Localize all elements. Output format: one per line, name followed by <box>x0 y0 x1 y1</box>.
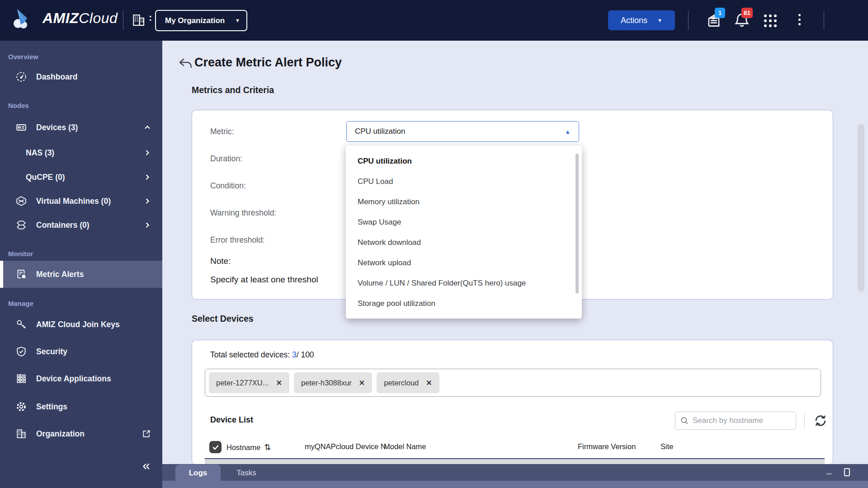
selected-device-chips-box[interactable]: peter-1277XU... ✕ peter-h3088xur ✕ peter… <box>205 369 821 397</box>
chevron-down-icon: ▼ <box>235 18 240 23</box>
sidebar-item-label: Virtual Machines (0) <box>36 197 111 206</box>
dropdown-option-storage-pool[interactable]: Storage pool utilization <box>346 293 582 314</box>
sidebar-collapse-button[interactable]: « <box>142 459 150 472</box>
virtual-machine-icon <box>15 195 27 207</box>
apps-grid-icon[interactable] <box>764 14 777 27</box>
sidebar-item-qucpe[interactable]: QuCPE (0) <box>0 167 162 188</box>
task-log-icon[interactable]: 1 <box>705 12 722 29</box>
section-label-manage: Manage <box>8 300 33 307</box>
table-row-partial <box>205 459 825 464</box>
sidebar-item-label: Containers (0) <box>36 221 90 230</box>
organization-building-icon <box>131 13 146 27</box>
cloud-bird-logo-icon <box>12 6 38 30</box>
sidebar-item-device-applications[interactable]: Device Applications <box>0 368 162 389</box>
sidebar-item-label: Device Applications <box>36 374 111 384</box>
dropdown-option-cpu-utilization[interactable]: CPU utilization <box>346 151 582 171</box>
sidebar-item-label: Security <box>36 347 67 357</box>
sidebar-item-label: Settings <box>36 402 67 412</box>
column-header-site[interactable]: Site <box>660 442 673 451</box>
app-grid-icon <box>15 373 27 385</box>
bottom-panel-bar: Logs Tasks – <box>162 464 868 488</box>
sidebar-item-containers[interactable]: Containers (0) <box>0 215 162 235</box>
sidebar-item-virtual-machines[interactable]: Virtual Machines (0) <box>0 191 162 211</box>
external-link-icon <box>142 429 151 438</box>
column-header-myqnapcloud-name[interactable]: myQNAPcloud Device N... <box>305 442 392 451</box>
chip-label: peter-h3088xur <box>301 379 352 387</box>
column-header-model-name[interactable]: Model Name <box>384 442 426 451</box>
metric-label: Metric: <box>210 127 234 136</box>
sidebar-item-nas[interactable]: NAS (3) <box>0 142 162 163</box>
sidebar-item-organization[interactable]: Organization <box>0 423 162 444</box>
sidebar-nav: Overview Dashboard Nodes Devices (3) NAS… <box>0 41 162 488</box>
dropdown-option-cpu-load[interactable]: CPU Load <box>346 171 582 192</box>
header-divider <box>824 11 824 30</box>
sidebar-item-devices[interactable]: Devices (3) <box>0 117 162 138</box>
dropdown-option-network-download[interactable]: Network download <box>346 232 582 253</box>
dropdown-scrollbar[interactable] <box>576 154 579 294</box>
dropdown-option-swap-usage[interactable]: Swap Usage <box>346 212 582 232</box>
header-divider <box>688 11 689 30</box>
minimize-panel-icon[interactable]: – <box>826 467 832 479</box>
org-colon: : <box>149 12 152 23</box>
remove-chip-icon[interactable]: ✕ <box>276 379 282 387</box>
refresh-icon[interactable] <box>812 413 829 429</box>
device-chip: peter-h3088xur ✕ <box>294 372 372 393</box>
metric-alert-icon <box>15 268 27 280</box>
search-box <box>675 412 796 430</box>
remove-chip-icon[interactable]: ✕ <box>359 379 365 387</box>
chevron-right-icon <box>144 221 151 229</box>
amiz-cloud-logo[interactable]: AMIZCloud <box>12 6 118 30</box>
total-selected-devices: Total selected devices: 3/ 100 <box>210 350 314 360</box>
chip-label: peter-1277XU... <box>216 379 269 387</box>
containers-icon <box>15 219 27 231</box>
chevron-down-icon: ▼ <box>657 18 662 23</box>
dropdown-option-memory-utilization[interactable]: Memory utilization <box>346 192 582 212</box>
metric-select[interactable]: CPU utilization ▲ <box>346 121 579 142</box>
device-list-heading: Device List <box>210 415 253 425</box>
condition-label: Condition: <box>210 181 246 191</box>
page-title: Create Metric Alert Policy <box>194 56 342 70</box>
page-scrollbar[interactable] <box>858 124 864 291</box>
sort-icon[interactable]: ⇅ <box>264 442 271 452</box>
organization-selector-value: My Organization <box>165 16 225 25</box>
tab-logs[interactable]: Logs <box>175 465 221 481</box>
dropdown-option-volume-usage[interactable]: Volume / LUN / Shared Folder(QuTS hero) … <box>346 273 582 293</box>
more-options-kebab-icon[interactable] <box>798 14 801 25</box>
note-label: Note: <box>210 256 231 266</box>
dropdown-option-network-upload[interactable]: Network upload <box>346 253 582 273</box>
sidebar-item-amiz-cloud-join-keys[interactable]: AMIZ Cloud Join Keys <box>0 314 162 335</box>
section-label-overview: Overview <box>8 53 38 61</box>
notifications-bell-icon[interactable]: 81 <box>733 12 750 29</box>
actions-button[interactable]: Actions ▼ <box>608 10 675 30</box>
select-all-checkbox[interactable] <box>209 441 222 453</box>
building-icon <box>15 428 27 440</box>
column-header-firmware-version[interactable]: Firmware Version <box>578 442 636 451</box>
gear-icon <box>15 401 27 413</box>
selected-count: 3 <box>292 350 297 359</box>
maximize-panel-icon[interactable] <box>844 468 850 476</box>
sidebar-item-metric-alerts[interactable]: Metric Alerts <box>0 261 162 288</box>
shield-check-icon <box>15 346 27 357</box>
column-header-hostname[interactable]: Hostname ⇅ <box>226 442 271 452</box>
sidebar-item-security[interactable]: Security <box>0 341 162 362</box>
sidebar-item-settings[interactable]: Settings <box>0 396 162 417</box>
main-content: Create Metric Alert Policy Metrics and C… <box>162 41 868 464</box>
tasks-count-badge: 1 <box>715 8 725 18</box>
tab-tasks[interactable]: Tasks <box>230 465 263 481</box>
warning-threshold-label: Warning threshold: <box>210 208 276 218</box>
remove-chip-icon[interactable]: ✕ <box>426 379 432 387</box>
note-text: Specify at least one threshol <box>210 275 346 285</box>
logo-text: AMIZCloud <box>42 10 118 27</box>
search-input[interactable] <box>693 416 791 425</box>
organization-selector[interactable]: My Organization ▼ <box>155 10 247 31</box>
back-arrow-icon[interactable] <box>179 58 192 70</box>
sidebar-item-label: Organization <box>36 429 85 439</box>
section-label-nodes: Nodes <box>8 102 29 109</box>
chevron-up-icon: ▲ <box>565 128 571 135</box>
sidebar-item-dashboard[interactable]: Dashboard <box>0 66 162 87</box>
device-chip: peter-1277XU... ✕ <box>209 372 289 393</box>
chevron-right-icon <box>144 174 151 181</box>
metric-select-value: CPU utilization <box>355 127 406 136</box>
bottom-panel-strip <box>162 481 868 488</box>
select-devices-card: Total selected devices: 3/ 100 peter-127… <box>192 340 833 464</box>
